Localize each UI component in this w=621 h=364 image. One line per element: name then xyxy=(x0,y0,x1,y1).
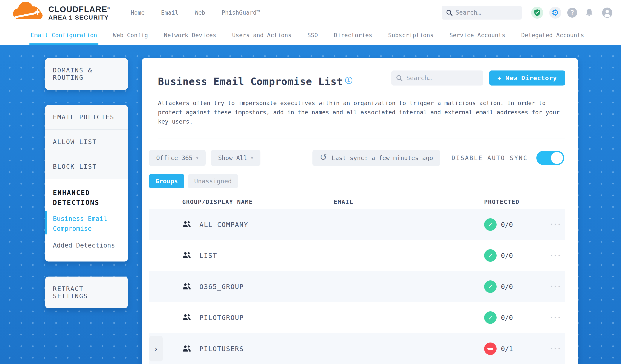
settings-gear-icon[interactable]: ⚙ xyxy=(549,7,561,19)
table-row[interactable]: LIST ✓ 0/0 ••• xyxy=(149,240,565,271)
table-row[interactable]: PILOTGROUP ✓ 0/0 ••• xyxy=(149,302,565,333)
last-sync-text: Last sync: a few minutes ago xyxy=(331,155,433,162)
tab-groups[interactable]: Groups xyxy=(149,174,184,188)
table-header: GROUP/DISPLAY NAME EMAIL PROTECTED xyxy=(149,195,565,209)
toggle-knob xyxy=(551,152,563,164)
row-menu-button[interactable]: ••• xyxy=(550,222,562,227)
page-title: Business Email Compromise Listi xyxy=(158,70,352,87)
sidebar-item-enhanced-detections[interactable]: ENHANCED DETECTIONS xyxy=(45,186,128,209)
sidebar-item-retract-settings[interactable]: RETRACT SETTINGS xyxy=(45,277,128,308)
user-avatar-icon[interactable] xyxy=(601,7,613,19)
sidebar-card-retract: RETRACT SETTINGS xyxy=(45,277,128,308)
group-name: O365_GROUP xyxy=(199,283,244,291)
auto-sync-toggle[interactable] xyxy=(536,151,564,165)
table-row[interactable]: ALL COMPANY ✓ 0/0 ••• xyxy=(149,209,565,240)
sidebar-item-email-policies[interactable]: EMAIL POLICIES xyxy=(45,105,128,130)
protected-count: 0/0 xyxy=(501,283,513,291)
new-directory-button[interactable]: + New Directory xyxy=(489,70,565,86)
protected-status-icon: ✓ xyxy=(484,311,497,324)
security-shield-icon[interactable] xyxy=(531,7,543,19)
directory-type-dropdown[interactable]: Office 365 ▾ xyxy=(149,150,206,166)
group-icon xyxy=(182,345,191,353)
group-icon xyxy=(182,283,191,291)
show-filter-dropdown[interactable]: Show All ▾ xyxy=(211,150,260,166)
main-panel: Business Email Compromise Listi + New Di… xyxy=(142,58,578,364)
help-icon[interactable]: ? xyxy=(567,8,577,17)
header-search-input[interactable] xyxy=(442,6,522,19)
group-name: ALL COMPANY xyxy=(199,221,248,228)
top-header: CLOUDFLARE® AREA 1 SECURITY Home Email W… xyxy=(0,0,621,25)
tab-sso[interactable]: SSO xyxy=(308,25,318,45)
nav-phishguard[interactable]: PhishGuard™ xyxy=(222,9,260,16)
sidebar-card-domains: DOMAINS & ROUTING xyxy=(45,58,128,90)
registered-mark: ® xyxy=(107,6,110,10)
panel-search-input[interactable] xyxy=(391,70,483,86)
sidebar-item-domains-routing[interactable]: DOMAINS & ROUTING xyxy=(45,58,128,90)
header-icons: ⚙ ? xyxy=(531,7,613,19)
divider xyxy=(158,139,565,139)
nav-web[interactable]: Web xyxy=(195,9,206,16)
lower-section: Office 365 ▾ Show All ▾ ↺ Last sync: a f… xyxy=(149,150,565,364)
protected-status-icon: ✓ xyxy=(484,280,497,293)
nav-home[interactable]: Home xyxy=(131,9,145,16)
tab-delegated-accounts[interactable]: Delegated Accounts xyxy=(521,25,584,45)
primary-nav: Home Email Web PhishGuard™ xyxy=(131,9,260,16)
brand-name: CLOUDFLARE xyxy=(48,5,107,14)
col-group-display-name: GROUP/DISPLAY NAME xyxy=(182,199,334,205)
auto-sync-label: DISABLE AUTO SYNC xyxy=(451,155,528,162)
head-actions: + New Directory xyxy=(391,70,565,86)
group-name: LIST xyxy=(199,252,217,259)
cloudflare-brand[interactable]: CLOUDFLARE® AREA 1 SECURITY xyxy=(11,2,110,23)
group-name: PILOTUSERS xyxy=(199,345,244,353)
tab-users-and-actions[interactable]: Users and Actions xyxy=(232,25,291,45)
tab-directories[interactable]: Directories xyxy=(334,25,372,45)
sidebar-item-allow-list[interactable]: ALLOW LIST xyxy=(45,130,128,154)
protected-count: 0/1 xyxy=(501,345,513,353)
panel-head: Business Email Compromise Listi + New Di… xyxy=(158,70,565,87)
table-row[interactable]: › PILOTUSERS xyxy=(149,333,565,364)
cloudflare-logo-icon xyxy=(11,2,47,23)
group-icon xyxy=(182,252,191,259)
groups-table: GROUP/DISPLAY NAME EMAIL PROTECTED xyxy=(149,195,565,364)
tab-unassigned[interactable]: Unassigned xyxy=(188,174,238,188)
show-filter-value: Show All xyxy=(218,155,247,162)
brand-text: CLOUDFLARE® AREA 1 SECURITY xyxy=(48,4,110,21)
protected-status-icon: ✓ xyxy=(484,218,497,231)
search-icon xyxy=(396,74,403,82)
col-protected: PROTECTED xyxy=(484,199,548,205)
tab-web-config[interactable]: Web Config xyxy=(113,25,148,45)
group-tabs: Groups Unassigned xyxy=(149,174,565,188)
header-search xyxy=(442,6,522,19)
group-icon xyxy=(182,314,191,321)
protected-count: 0/0 xyxy=(501,221,513,228)
sidebar-item-added-detections[interactable]: Added Detections xyxy=(45,235,128,252)
group-icon xyxy=(182,221,191,228)
row-menu-button[interactable]: ••• xyxy=(550,284,562,289)
tab-network-devices[interactable]: Network Devices xyxy=(164,25,216,45)
row-menu-button[interactable]: ••• xyxy=(550,346,562,351)
protected-status-icon: ✓ xyxy=(484,249,497,262)
search-icon xyxy=(446,9,453,16)
row-menu-button[interactable]: ••• xyxy=(550,253,562,258)
col-email: EMAIL xyxy=(334,199,484,205)
content: DOMAINS & ROUTING EMAIL POLICIES ALLOW L… xyxy=(0,45,621,364)
last-sync-button[interactable]: ↺ Last sync: a few minutes ago xyxy=(312,150,441,166)
page: CLOUDFLARE® AREA 1 SECURITY Home Email W… xyxy=(0,0,621,364)
sidebar-item-business-email-compromise[interactable]: Business Email Compromise xyxy=(45,209,128,235)
sidebar: DOMAINS & ROUTING EMAIL POLICIES ALLOW L… xyxy=(45,58,128,364)
panel-search xyxy=(391,70,483,86)
expand-row-button[interactable]: › xyxy=(149,336,163,362)
notifications-bell-icon[interactable] xyxy=(583,7,595,19)
tab-service-accounts[interactable]: Service Accounts xyxy=(449,25,505,45)
page-description: Attackers often try to impersonate execu… xyxy=(158,98,565,126)
directory-type-value: Office 365 xyxy=(156,155,192,162)
table-row[interactable]: O365_GROUP ✓ 0/0 ••• xyxy=(149,271,565,302)
info-icon[interactable]: i xyxy=(345,77,352,84)
tab-subscriptions[interactable]: Subscriptions xyxy=(388,25,433,45)
tab-email-configuration[interactable]: Email Configuration xyxy=(31,25,97,45)
sidebar-item-block-list[interactable]: BLOCK LIST xyxy=(45,154,128,179)
chevron-down-icon: ▾ xyxy=(251,156,253,160)
row-menu-button[interactable]: ••• xyxy=(550,315,562,320)
controls-row: Office 365 ▾ Show All ▾ ↺ Last sync: a f… xyxy=(149,150,565,166)
nav-email[interactable]: Email xyxy=(161,9,178,16)
